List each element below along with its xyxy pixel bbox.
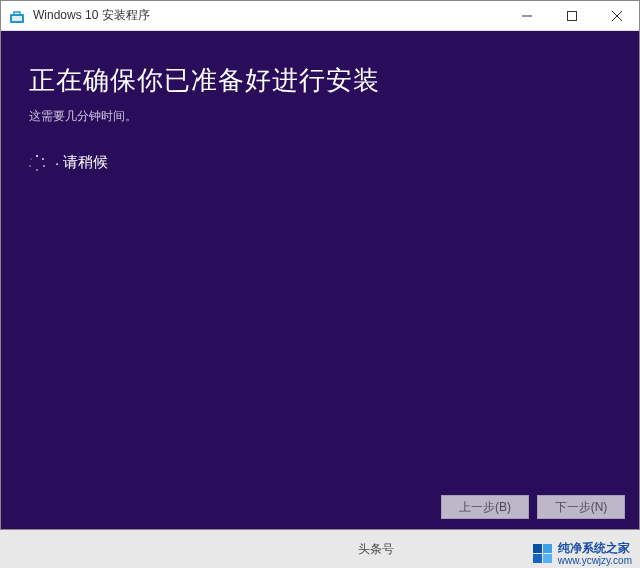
installer-window: Windows 10 安装程序 正在确保你已准备好进行安装 这需要几分钟时间。 … [0,0,640,530]
watermark: 纯净系统之家 www.ycwjzy.com [533,542,632,566]
window-title: Windows 10 安装程序 [31,7,504,24]
next-button[interactable]: 下一步(N) [537,495,625,519]
toutiao-label: 头条号 [358,541,394,558]
svg-rect-3 [567,11,576,20]
wait-bullet: · [55,154,59,171]
wait-label: 请稍候 [63,153,108,172]
page-subtext: 这需要几分钟时间。 [29,108,611,125]
windows-logo-icon [533,544,552,563]
app-icon [9,8,25,24]
spinner-icon [29,155,45,171]
content-panel: 正在确保你已准备好进行安装 这需要几分钟时间。 · 请稍候 上一步(B) 下一步… [1,31,639,529]
brand-url: www.ycwjzy.com [558,555,632,566]
close-button[interactable] [594,1,639,31]
footer-buttons: 上一步(B) 下一步(N) [441,495,625,519]
minimize-button[interactable] [504,1,549,31]
maximize-button[interactable] [549,1,594,31]
wait-status: · 请稍候 [29,153,611,172]
page-heading: 正在确保你已准备好进行安装 [29,63,611,98]
brand-text: 纯净系统之家 www.ycwjzy.com [558,542,632,566]
titlebar: Windows 10 安装程序 [1,1,639,31]
svg-rect-1 [12,16,22,21]
brand-name: 纯净系统之家 [558,542,632,555]
back-button[interactable]: 上一步(B) [441,495,529,519]
